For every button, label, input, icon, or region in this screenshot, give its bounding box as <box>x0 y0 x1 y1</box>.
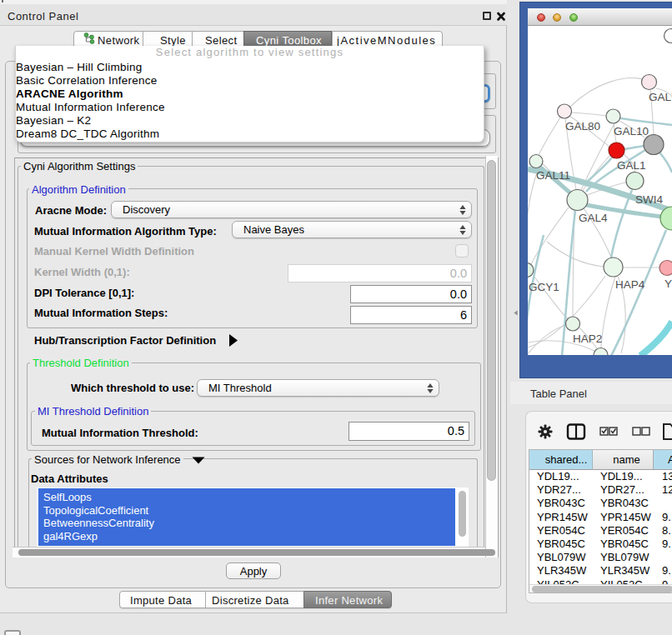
svg-text:SWI4: SWI4 <box>635 193 663 206</box>
svg-text:GAL10: GAL10 <box>614 125 649 138</box>
svg-text:GCY1: GCY1 <box>529 281 559 293</box>
svg-text:YL: YL <box>664 278 672 290</box>
svg-text:HAP2: HAP2 <box>573 332 602 345</box>
svg-text:GAL1: GAL1 <box>617 159 646 172</box>
svg-text:GAL80: GAL80 <box>565 120 600 132</box>
svg-text:HAP4: HAP4 <box>615 278 645 291</box>
svg-text:GAL7: GAL7 <box>649 91 672 103</box>
svg-text:GAL4: GAL4 <box>579 212 608 224</box>
svg-text:GAL11: GAL11 <box>536 169 570 182</box>
